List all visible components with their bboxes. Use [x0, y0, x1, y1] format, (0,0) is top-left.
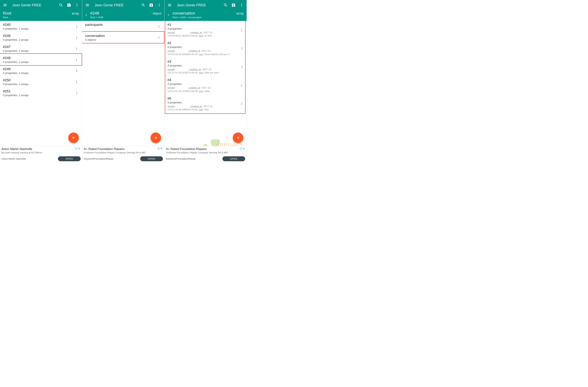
item-more-icon[interactable]: [74, 46, 79, 51]
fab-add[interactable]: [150, 133, 161, 143]
ad-info-icon[interactable]: i: [240, 147, 242, 150]
redacted-text: [176, 50, 187, 52]
ad-source: Aston Martin Nashville: [1, 158, 56, 160]
redacted-text: [176, 87, 187, 89]
item-more-icon[interactable]: [240, 65, 244, 70]
item-more-icon[interactable]: [74, 91, 79, 96]
item-sub: [85, 27, 156, 30]
appbar: Json Genie FREE conversation array Root …: [165, 0, 247, 21]
ad-open-button[interactable]: OPEN: [140, 156, 163, 161]
ad-info-icon[interactable]: i: [75, 147, 78, 150]
list-item[interactable]: conversation 5 objects: [82, 32, 164, 43]
breadcrumb: Root: [3, 16, 79, 19]
node-title: Root: [3, 11, 11, 16]
ad-open-button[interactable]: OPEN: [222, 156, 245, 161]
list-item[interactable]: #250 0 properties, 2 arrays: [0, 76, 82, 88]
appbar: Json Genie FREE Root array Root: [0, 0, 82, 21]
more-vert-icon[interactable]: [155, 1, 163, 9]
list-item[interactable]: #248 0 properties, 2 arrays: [0, 54, 82, 65]
list-item[interactable]: #4 3 properties sender: , created_at: 20…: [165, 76, 247, 94]
item-detail: sender: , created_at: 2017-12-14T06:08:0…: [168, 31, 239, 37]
list-item[interactable]: participants: [82, 21, 164, 32]
item-more-icon[interactable]: [240, 46, 244, 51]
ad-banner: Aston Martin Nashville $0 down leasing s…: [0, 146, 82, 162]
save-icon[interactable]: [147, 1, 155, 9]
item-sub: 0 properties, 2 arrays: [3, 71, 73, 74]
item-sub: 3 properties: [168, 82, 239, 85]
node-type: array: [236, 12, 244, 15]
appbar-sub: Root array Root: [0, 10, 82, 21]
fab-add[interactable]: [68, 133, 79, 143]
appbar-top: Json Genie FREE: [82, 0, 164, 10]
ad-title: A+ Rated Foundation Repairs: [166, 147, 228, 151]
breadcrumb: Root > #248: [90, 16, 161, 19]
item-sub: 0 properties, 2 arrays: [3, 27, 73, 30]
save-icon[interactable]: [230, 1, 237, 9]
ad-close-icon[interactable]: ✕: [242, 147, 245, 150]
appbar-top: Json Genie FREE: [165, 0, 247, 10]
item-title: #1: [168, 23, 239, 27]
ad-info-icon[interactable]: i: [157, 147, 160, 150]
fab-add[interactable]: [233, 133, 243, 143]
list-item[interactable]: #1 3 properties sender: , created_at: 20…: [165, 21, 247, 39]
back-button[interactable]: [165, 12, 172, 18]
item-detail: sender: , created_at: 2017-12-13T22:16:4…: [168, 105, 239, 111]
ad-open-button[interactable]: OPEN: [58, 156, 81, 161]
item-more-icon[interactable]: [156, 35, 161, 40]
item-title: #249: [3, 67, 73, 71]
ad-sub: Proficient Foundation Repair Company Ser…: [166, 151, 228, 154]
item-sub: 0 properties, 2 arrays: [3, 49, 73, 52]
list-item[interactable]: #249 0 properties, 2 arrays: [0, 65, 82, 76]
list-item[interactable]: #251 0 properties, 2 arrays: [0, 88, 82, 98]
ad-close-icon[interactable]: ✕: [78, 147, 81, 150]
item-more-icon[interactable]: [240, 28, 244, 33]
list-item[interactable]: #246 0 properties, 2 arrays: [0, 32, 82, 43]
item-more-icon[interactable]: [74, 79, 79, 85]
item-title: #2: [168, 41, 239, 45]
item-more-icon[interactable]: [74, 68, 79, 73]
list-item[interactable]: #247 0 properties, 2 arrays: [0, 43, 82, 54]
item-title: #251: [3, 89, 73, 93]
ad-banner: A+ Rated Foundation Repairs Proficient F…: [82, 146, 164, 162]
ad-badge: i ✕: [157, 147, 163, 150]
item-sub: 3 properties: [168, 46, 239, 48]
item-more-icon[interactable]: [74, 35, 79, 40]
appbar-top: Json Genie FREE: [0, 0, 82, 10]
save-icon[interactable]: [65, 1, 73, 9]
item-sub: 5 objects: [85, 38, 156, 41]
search-icon[interactable]: [57, 1, 65, 9]
list-item[interactable]: #3 3 properties sender: , created_at: 20…: [165, 58, 247, 76]
menu-icon[interactable]: [83, 1, 91, 9]
list-item[interactable]: #2 3 properties sender: , created_at: 20…: [165, 39, 247, 58]
ad-badge: i ✕: [75, 147, 81, 150]
ad-banner: A+ Rated Foundation Repairs Proficient F…: [165, 146, 247, 162]
item-more-icon[interactable]: [239, 101, 244, 106]
ad-title: A+ Rated Foundation Repairs: [84, 147, 146, 151]
list-item[interactable]: #5 3 properties sender: , created_at: 20…: [165, 95, 247, 113]
item-title: #245: [3, 23, 73, 27]
more-vert-icon[interactable]: [237, 1, 246, 9]
item-more-icon[interactable]: [156, 24, 161, 29]
item-more-icon[interactable]: [74, 57, 79, 62]
item-sub: 3 properties: [168, 64, 239, 67]
menu-icon[interactable]: [1, 1, 9, 9]
item-detail: sender: , created_at: 2017-12-14T02:19:1…: [168, 49, 239, 56]
item-sub: 0 properties, 2 arrays: [3, 83, 73, 86]
more-vert-icon[interactable]: [73, 1, 81, 9]
panel-conversation: Json Genie FREE conversation array Root …: [165, 0, 247, 162]
search-icon[interactable]: [222, 1, 230, 9]
item-more-icon[interactable]: [239, 83, 244, 88]
item-sub: 3 properties: [168, 27, 239, 30]
redacted-text: [176, 105, 189, 108]
node-title: #248: [90, 11, 99, 16]
search-icon[interactable]: [139, 1, 147, 9]
ad-source: KeystoneFoundationRepair: [166, 158, 221, 160]
item-more-icon[interactable]: [74, 24, 79, 29]
item-title: #246: [3, 34, 73, 38]
menu-icon[interactable]: [166, 1, 174, 9]
list-item[interactable]: #245 0 properties, 2 arrays: [0, 21, 82, 32]
app-title: Json Genie FREE: [174, 3, 222, 7]
back-button[interactable]: [83, 12, 89, 18]
ad-close-icon[interactable]: ✕: [160, 147, 163, 150]
item-title: #4: [168, 78, 239, 82]
